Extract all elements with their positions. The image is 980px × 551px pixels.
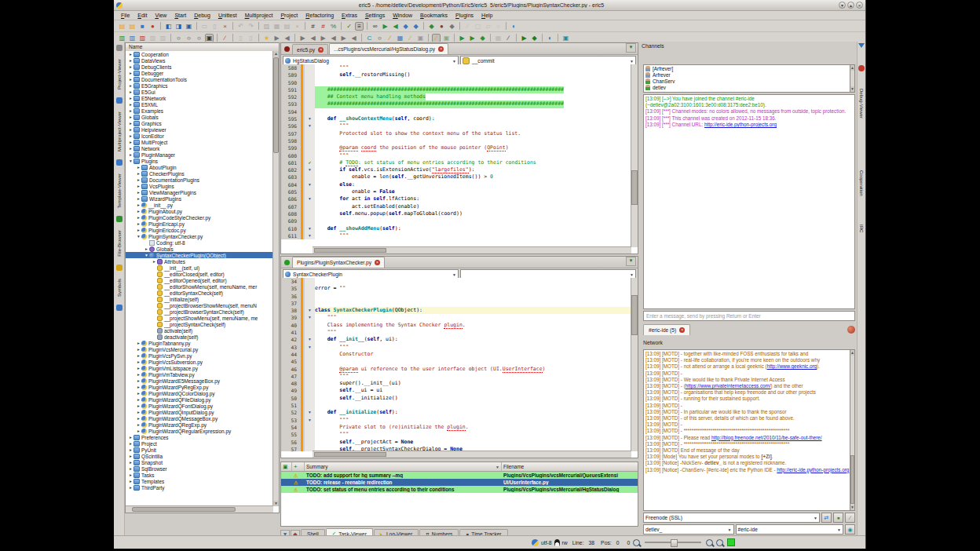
bookmark-toggle-icon[interactable]: ★: [262, 34, 271, 42]
expander-icon[interactable]: ▸: [128, 89, 133, 95]
zoom-reset-icon[interactable]: ○: [195, 34, 203, 42]
fold-icon[interactable]: ▾: [305, 314, 315, 321]
scrollbar-thumb[interactable]: [631, 170, 638, 205]
new-window-icon[interactable]: ▤: [118, 22, 126, 31]
tree-item[interactable]: ▸PluginManager: [126, 151, 273, 158]
expander-icon[interactable]: ▸: [136, 208, 141, 214]
readwrite-indicator[interactable]: rw: [562, 540, 568, 546]
tree-item[interactable]: ▸PluginWizardE5MessageBox.py: [126, 378, 273, 384]
search-prev-icon[interactable]: ◀: [391, 22, 400, 31]
message-input[interactable]: Enter a message, send by pressing Return…: [643, 311, 855, 321]
expander-icon[interactable]: ▸: [128, 126, 133, 133]
goto-line-icon[interactable]: #: [309, 22, 317, 31]
expander-icon[interactable]: ▸: [128, 82, 133, 89]
task-filter-icon[interactable]: ▣: [281, 462, 292, 471]
message-link[interactable]: http://www.geeknic.org: [767, 363, 817, 369]
tree-item[interactable]: ▸PluginTabnanny.py: [126, 340, 273, 346]
sidebar-tab-icon[interactable]: [116, 159, 122, 166]
users-scrollbar[interactable]: ▲ ▼: [850, 64, 855, 93]
fold-icon[interactable]: ▾: [305, 344, 315, 351]
tree-item[interactable]: ▸Graphics: [126, 120, 273, 126]
expander-icon[interactable]: ▸: [128, 133, 133, 139]
tree-item[interactable]: ▸SqlBrowser: [126, 465, 273, 472]
expander-icon[interactable]: ▸: [136, 378, 141, 384]
expander-icon[interactable]: ▸: [144, 246, 149, 252]
bookmark-next-icon[interactable]: ▶: [272, 34, 281, 42]
scroll-down-icon[interactable]: ▼: [273, 501, 279, 506]
expander-icon[interactable]: ▸: [136, 164, 141, 170]
expander-icon[interactable]: ▸: [136, 421, 141, 428]
expander-icon[interactable]: ▸: [128, 145, 133, 151]
scroll-up-icon[interactable]: ▲: [850, 350, 854, 356]
task-list-icon[interactable]: ▦: [396, 34, 404, 42]
expander-icon[interactable]: ▾: [136, 233, 141, 239]
settings-button[interactable]: ∕: [845, 513, 855, 523]
close-all-icon[interactable]: ×: [221, 22, 229, 31]
replace-files-icon[interactable]: ◆: [448, 22, 456, 31]
zoom-in-icon[interactable]: [706, 539, 713, 546]
expander-icon[interactable]: ▸: [136, 384, 141, 390]
tree-item[interactable]: __editorSyntaxCheck(self): [126, 290, 273, 296]
close-tab-icon[interactable]: ×: [318, 47, 324, 53]
tree-item[interactable]: ▸PyUnit: [126, 447, 273, 453]
tree-horizontal-scrollbar[interactable]: [126, 505, 273, 513]
tree-item[interactable]: ▸E5Gui: [126, 89, 273, 95]
expander-icon[interactable]: ▸: [128, 101, 133, 108]
next-change-icon[interactable]: ▶: [298, 34, 307, 42]
message-link[interactable]: http://eric-ide.python-projects.org: [777, 467, 849, 473]
expander-icon[interactable]: ▾: [128, 158, 133, 164]
fold-icon[interactable]: ▾: [305, 166, 315, 173]
nick-select[interactable]: detlev_▼: [643, 524, 734, 535]
close-file-icon[interactable]: ●: [148, 22, 157, 31]
tree-item[interactable]: deactivate(self): [126, 334, 273, 340]
expander-icon[interactable]: ▸: [128, 459, 133, 465]
tree-item[interactable]: ▸Helpviewer: [126, 126, 273, 133]
fold-icon[interactable]: ▾: [305, 409, 315, 416]
save-as-icon[interactable]: ◨: [174, 22, 183, 31]
syntax-check-icon[interactable]: ✓: [345, 22, 353, 31]
menu-unittest[interactable]: Unittest: [214, 13, 241, 18]
tree-item[interactable]: ▸Network: [126, 145, 273, 151]
tree-item[interactable]: __projectSyntaxCheck(self): [126, 321, 273, 327]
tree-item[interactable]: __initialize(self): [126, 296, 273, 302]
notes-icon[interactable]: ∕: [406, 34, 415, 42]
tree-item[interactable]: ▸PluginWizardQMessageBox.py: [126, 415, 273, 421]
expander-icon[interactable]: ▸: [128, 64, 133, 70]
message-link[interactable]: https://www.privateinternetaccess.com/: [686, 383, 771, 389]
tree-item[interactable]: __editorShowMenu(self, menuName, mer: [126, 283, 273, 290]
tree-item[interactable]: ▸Examples: [126, 108, 273, 114]
menu-view[interactable]: View: [151, 13, 170, 18]
expander-icon[interactable]: ▸: [136, 189, 141, 195]
expander-icon[interactable]: ▸: [128, 70, 133, 76]
sidebar-tab-debug-viewer[interactable]: Debug-Viewer: [859, 89, 864, 119]
editor-vertical-scrollbar[interactable]: [631, 278, 638, 451]
run-project-icon[interactable]: ▶: [520, 34, 528, 42]
prev-task-icon[interactable]: ◀: [329, 34, 338, 42]
code-area[interactable]: 3435error = ""363738▾class SyntaxChecker…: [281, 278, 638, 458]
user-list-item[interactable]: Arfrever: [644, 71, 854, 78]
expander-icon[interactable]: ▸: [136, 221, 141, 227]
editor-horizontal-scrollbar[interactable]: [313, 246, 631, 254]
expander-icon[interactable]: ▸: [136, 170, 141, 177]
expander-icon[interactable]: ▸: [128, 57, 133, 64]
menu-file[interactable]: File: [117, 13, 133, 18]
join-channel-select[interactable]: #eric-ide▼: [736, 524, 843, 535]
tree-item[interactable]: __editorClosed(self, editor): [126, 271, 273, 277]
expander-icon[interactable]: ▸: [128, 114, 133, 120]
expander-icon[interactable]: ▸: [128, 139, 133, 145]
expander-icon[interactable]: ▸: [136, 365, 141, 371]
close-tab-icon[interactable]: ×: [438, 46, 444, 52]
tree-item[interactable]: ▸Preferences: [126, 434, 273, 440]
tree-item[interactable]: Coding: utf-8: [126, 239, 273, 246]
tab-list-button[interactable]: ▼: [626, 257, 636, 266]
sidebar-tab-project-viewer[interactable]: Project-Viewer: [117, 59, 122, 89]
autocheck-icon[interactable]: ▣: [416, 34, 425, 42]
editor-tab[interactable]: ...csPlugins/vcsMercurial/HgStatusDialog…: [329, 43, 448, 54]
tree-item[interactable]: ▸Tasks: [126, 472, 273, 478]
menu-refactoring[interactable]: Refactoring: [302, 13, 338, 18]
tree-item[interactable]: ▸MultiProject: [126, 139, 273, 145]
debug-run-icon[interactable]: ▶: [458, 34, 466, 42]
next-task-icon[interactable]: ▶: [319, 34, 327, 42]
fold-icon[interactable]: ▾: [305, 122, 315, 130]
save-all-icon[interactable]: ▣: [185, 22, 193, 31]
